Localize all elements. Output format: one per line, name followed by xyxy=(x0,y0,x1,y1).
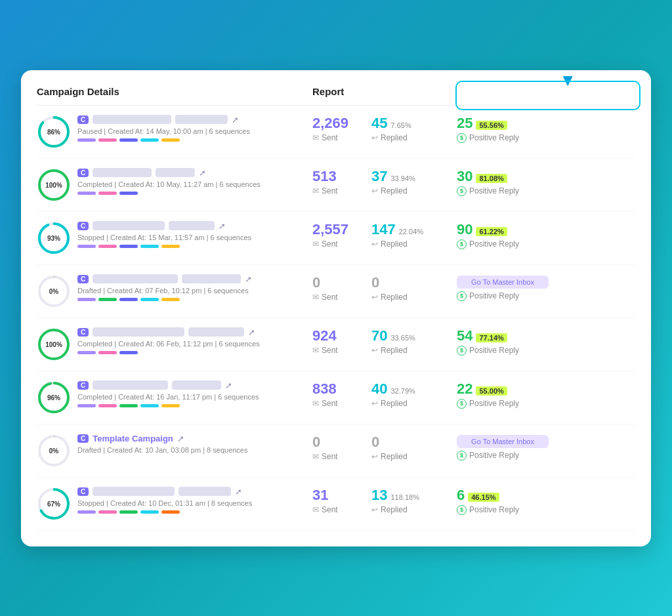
reply-icon: ↩ xyxy=(371,346,378,355)
progress-ring: 67% xyxy=(37,487,71,521)
sent-text: Sent xyxy=(322,346,338,355)
sent-number: 2,269 xyxy=(312,116,348,131)
positive-top: 30 81.08% xyxy=(457,169,549,184)
sent-label: ✉ Sent xyxy=(312,505,338,514)
replied-top: 0 xyxy=(371,435,457,449)
replied-text: Replied xyxy=(381,399,408,408)
sent-label: ✉ Sent xyxy=(312,186,338,195)
color-bar xyxy=(119,351,138,354)
sent-number: 0 xyxy=(312,435,320,449)
progress-ring: 0% xyxy=(37,274,71,308)
sent-number: 838 xyxy=(312,382,337,396)
progress-ring: 93% xyxy=(37,221,71,255)
sent-number: 513 xyxy=(312,169,337,184)
replied-number: 70 xyxy=(371,329,387,343)
campaign-text: C ➚ Drafted | Created At: 07 Feb, 10:12 … xyxy=(77,274,312,301)
rows-container: 86% C ➚ Paused | Created At: 14 May, 10:… xyxy=(37,106,635,531)
replied-text: Replied xyxy=(381,293,408,302)
email-icon: ✉ xyxy=(312,293,319,302)
replied-pct: 33.94% xyxy=(390,175,415,182)
color-bar xyxy=(77,351,96,354)
positive-reply-text: Positive Reply xyxy=(469,239,519,249)
positive-pct: 46.15% xyxy=(468,493,499,502)
external-link-icon[interactable]: ➚ xyxy=(245,274,252,284)
positive-reply-text: Positive Reply xyxy=(469,186,519,195)
replied-number: 13 xyxy=(371,488,387,503)
positive-reply-label: $ Positive Reply xyxy=(457,505,549,515)
positive-reply-text: Positive Reply xyxy=(469,451,519,460)
svg-text:93%: 93% xyxy=(47,235,60,242)
replied-top: 0 xyxy=(371,276,457,290)
replied-number: 37 xyxy=(371,169,387,184)
color-bar xyxy=(119,192,138,195)
positive-top: 22 55.00% xyxy=(457,382,549,396)
sent-column: 2,557 ✉ Sent xyxy=(312,221,371,249)
color-bar xyxy=(140,245,159,248)
svg-text:0%: 0% xyxy=(49,288,59,295)
progress-ring: 96% xyxy=(37,380,71,415)
go-to-inbox-button[interactable]: Go To Master Inbox xyxy=(457,435,549,448)
replied-column: 37 33.94% ↩ Replied xyxy=(371,168,457,195)
go-to-inbox-button[interactable]: Go To Master Inbox xyxy=(457,276,549,289)
sent-text: Sent xyxy=(322,452,338,461)
campaign-name-row: C ➚ xyxy=(77,487,312,497)
color-bar xyxy=(161,510,180,514)
positive-top: 6 46.15% xyxy=(457,488,549,503)
color-bar xyxy=(98,298,117,301)
positive-number: 6 xyxy=(457,488,465,503)
svg-text:100%: 100% xyxy=(45,341,62,348)
sent-column: 31 ✉ Sent xyxy=(312,487,371,514)
replied-text: Replied xyxy=(381,346,408,355)
positive-pct: 81.08% xyxy=(476,174,507,183)
progress-ring: 0% xyxy=(37,434,71,468)
external-link-icon[interactable]: ➚ xyxy=(225,380,232,390)
campaign-meta: Stopped | Created At: 15 Mar, 11:57 am |… xyxy=(77,234,312,241)
svg-text:96%: 96% xyxy=(47,394,60,401)
external-link-icon[interactable]: ➚ xyxy=(232,115,239,125)
external-link-icon[interactable]: ➚ xyxy=(248,327,255,337)
campaign-text: C ➚ Stopped | Created At: 10 Dec, 01:31 … xyxy=(77,487,312,514)
color-bar xyxy=(98,510,117,514)
positive-pct: 55.00% xyxy=(476,386,507,396)
positive-column: 22 55.00% $ Positive Reply xyxy=(457,380,549,409)
email-icon: ✉ xyxy=(312,399,319,408)
campaign-text: C ➚ Completed | Created At: 10 May, 11:2… xyxy=(77,168,312,195)
positive-column: Go To Master Inbox $ Positive Reply xyxy=(457,434,549,461)
color-bars xyxy=(77,192,312,195)
positive-reply-text: Positive Reply xyxy=(469,133,519,142)
progress-ring: 86% xyxy=(37,115,71,149)
table-row: 93% C ➚ Stopped | Created At: 15 Mar, 11… xyxy=(37,212,635,265)
campaign-name-row: C ➚ xyxy=(77,168,312,178)
external-link-icon[interactable]: ➚ xyxy=(177,434,184,443)
svg-text:100%: 100% xyxy=(45,182,62,189)
positive-reply-label: $ Positive Reply xyxy=(457,346,549,356)
positive-number: 90 xyxy=(457,222,472,237)
reply-icon: ↩ xyxy=(371,239,378,249)
sent-column: 924 ✉ Sent xyxy=(312,327,371,355)
sent-label: ✉ Sent xyxy=(312,239,338,249)
campaign-name-row: C ➚ xyxy=(77,274,312,284)
positive-number: 25 xyxy=(457,116,472,131)
table-row: 100% C ➚ Completed | Created At: 10 May,… xyxy=(37,159,635,212)
color-bars xyxy=(77,510,312,514)
external-link-icon[interactable]: ➚ xyxy=(235,487,242,497)
external-link-icon[interactable]: ➚ xyxy=(219,221,226,231)
badge-c: C xyxy=(77,487,89,496)
replied-label: ↩ Replied xyxy=(371,452,457,461)
color-bar xyxy=(77,404,96,407)
table-row: 86% C ➚ Paused | Created At: 14 May, 10:… xyxy=(37,106,635,159)
sent-number: 0 xyxy=(312,276,320,290)
color-bar xyxy=(119,510,138,514)
color-bar xyxy=(77,138,96,142)
replied-column: 45 7.65% ↩ Replied xyxy=(371,115,457,142)
replied-column: 40 32.79% ↩ Replied xyxy=(371,380,457,408)
table-row: 0% C ➚ Drafted | Created At: 07 Feb, 10:… xyxy=(37,265,635,318)
table-row: 96% C ➚ Completed | Created At: 16 Jan, … xyxy=(37,371,635,424)
table-row: 100% C ➚ Completed | Created At: 06 Feb,… xyxy=(37,318,635,371)
replied-top: 45 7.65% xyxy=(371,116,457,131)
badge-c: C xyxy=(77,115,89,124)
external-link-icon[interactable]: ➚ xyxy=(199,168,206,178)
svg-text:0%: 0% xyxy=(49,447,59,455)
color-bar xyxy=(161,298,180,301)
campaign-name-row: C ➚ xyxy=(77,115,312,125)
